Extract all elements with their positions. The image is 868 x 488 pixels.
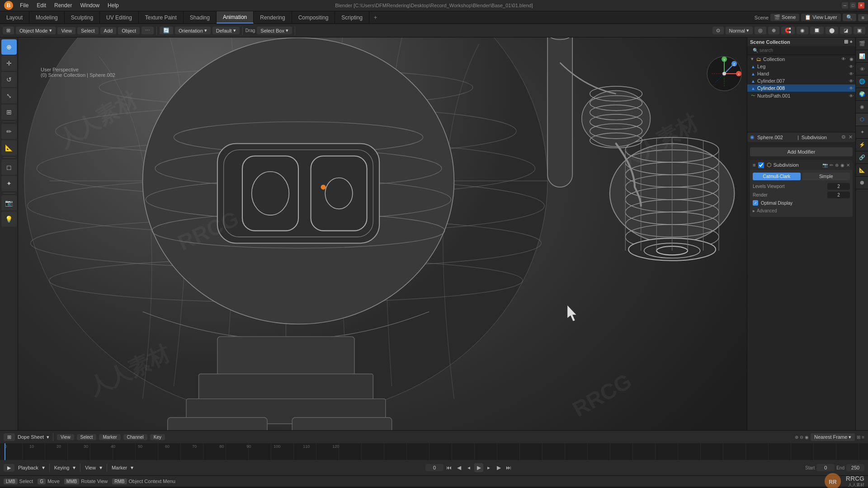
current-frame-field[interactable]: 0 xyxy=(425,464,443,471)
tab-modeling[interactable]: Modeling xyxy=(29,11,65,23)
close-button[interactable]: ✕ xyxy=(858,2,864,9)
tab-shading[interactable]: Shading xyxy=(184,11,217,23)
mod-close-icon[interactable]: ✕ xyxy=(846,163,850,168)
tab-animation[interactable]: Animation xyxy=(217,11,254,23)
add-cube-tool[interactable]: ◻ xyxy=(1,160,17,175)
prev-keyframe-btn[interactable]: ◀ xyxy=(454,463,463,472)
nearest-frame-selector[interactable]: Nearest Frame ▾ xyxy=(811,433,855,441)
end-frame-field[interactable]: 250 xyxy=(846,464,864,471)
add-menu-btn[interactable]: Add xyxy=(100,27,117,34)
dope-marker-btn[interactable]: Marker xyxy=(99,434,120,440)
viewport-3d[interactable]: User Perspective (0) Scene Collection | … xyxy=(18,38,747,430)
outliner-item-collection[interactable]: ▾ 🗂 Collection 👁 ◉ xyxy=(747,55,855,63)
object-mode-selector[interactable]: Object Mode ▾ xyxy=(16,27,56,34)
rotate-tool[interactable]: ↺ xyxy=(1,72,17,87)
orientation-icon[interactable]: 🔄 xyxy=(160,27,173,34)
prop-tab-physics[interactable]: ⚡ xyxy=(856,139,868,151)
viewport-icon-btn[interactable]: ⊞ xyxy=(3,27,14,34)
outliner-search-box[interactable]: 🔍 search xyxy=(750,47,853,53)
modifier-close-icon[interactable]: ✕ xyxy=(849,134,853,140)
select-box-selector[interactable]: Select Box ▾ xyxy=(257,27,292,34)
mod-camera-icon[interactable]: 📷 xyxy=(822,163,828,168)
select-menu-btn[interactable]: Select xyxy=(77,27,99,34)
mod-vert-icon[interactable]: ⊕ xyxy=(835,163,839,168)
tab-texture-paint[interactable]: Texture Paint xyxy=(139,11,184,23)
modifier-settings-icon[interactable]: ⚙ xyxy=(841,134,846,140)
dope-key-btn[interactable]: Key xyxy=(150,434,165,440)
menu-help[interactable]: Help xyxy=(104,1,123,9)
levels-viewport-value[interactable]: 2 xyxy=(827,183,850,190)
prop-tab-constraints[interactable]: 🔗 xyxy=(856,151,868,164)
prop-tab-world[interactable]: 🌍 xyxy=(856,88,868,101)
proportional-btn[interactable]: ◉ xyxy=(797,27,808,34)
jump-to-start-btn[interactable]: ⏮ xyxy=(444,463,453,472)
catmull-clark-button[interactable]: Catmull-Clark xyxy=(753,173,801,180)
normal-selector[interactable]: Normal ▾ xyxy=(726,27,753,34)
solid-mode-btn[interactable]: ⬤ xyxy=(826,27,838,34)
tab-compositing[interactable]: Compositing xyxy=(292,11,335,23)
outliner-item-nurbs[interactable]: 〜 NurbsPath.001 👁 xyxy=(747,92,855,100)
snapping-btn[interactable]: 🧲 xyxy=(781,27,795,34)
rendered-mode-btn[interactable]: ▣ xyxy=(854,27,865,34)
keying-dropdown[interactable]: ▾ xyxy=(73,465,75,471)
camera-tool[interactable]: 📷 xyxy=(1,195,17,211)
prop-tab-scene[interactable]: 🌐 xyxy=(856,75,868,88)
cursor-tool[interactable]: ⊕ xyxy=(1,39,17,55)
outliner-item-hand[interactable]: ▲ Hand 👁 xyxy=(747,70,855,77)
tab-sculpting[interactable]: Sculpting xyxy=(65,11,100,23)
outliner-item-cyl008[interactable]: ▲ Cylinder.008 👁 xyxy=(747,84,855,92)
viewport-shading-icon[interactable]: ⊙ xyxy=(712,27,724,34)
modifier-enabled-checkbox[interactable] xyxy=(758,162,764,168)
annotate-tool[interactable]: ✏ xyxy=(1,124,17,139)
orientation-selector[interactable]: Orientation ▾ xyxy=(175,27,211,34)
overlay-btn[interactable]: ◎ xyxy=(755,27,766,34)
playback-dropdown[interactable]: ▾ xyxy=(42,465,45,471)
view-layer-selector[interactable]: 📋 View Layer xyxy=(801,14,840,21)
dope-channel-btn[interactable]: Channel xyxy=(123,434,147,440)
prop-tab-modifier[interactable]: ⬡ xyxy=(856,113,868,126)
filter-button[interactable]: ≡ xyxy=(858,14,868,21)
mod-edit-icon[interactable]: ✏ xyxy=(830,163,833,168)
dope-sheet-icon[interactable]: ⊞ xyxy=(4,433,15,441)
gizmo-btn[interactable]: ⊕ xyxy=(768,27,779,34)
simple-button[interactable]: Simple xyxy=(802,173,850,180)
prop-tab-object[interactable]: ◉ xyxy=(856,101,868,113)
scene-selector[interactable]: 🎬 Scene xyxy=(770,14,799,21)
next-keyframe-btn[interactable]: ▶ xyxy=(494,463,503,472)
prop-tab-render[interactable]: 🎬 xyxy=(856,38,868,50)
tab-uv-editing[interactable]: UV Editing xyxy=(100,11,139,23)
cyl007-visibility[interactable]: 👁 xyxy=(849,79,854,84)
move-tool[interactable]: ✛ xyxy=(1,56,17,71)
advanced-row[interactable]: ▸ Advanced xyxy=(753,207,850,214)
prop-tab-view[interactable]: 👁 xyxy=(856,63,868,75)
material-mode-btn[interactable]: ◪ xyxy=(840,27,852,34)
menu-file[interactable]: File xyxy=(16,1,32,9)
menu-window[interactable]: Window xyxy=(76,1,103,9)
start-frame-field[interactable]: 0 xyxy=(816,464,835,471)
jump-to-end-btn[interactable]: ⏭ xyxy=(504,463,513,472)
dope-view-btn[interactable]: View xyxy=(57,434,74,440)
collection-cam[interactable]: ◉ xyxy=(849,56,854,61)
xray-btn[interactable]: 🔲 xyxy=(810,27,824,34)
mod-render-icon[interactable]: ◉ xyxy=(840,163,844,168)
menu-render[interactable]: Render xyxy=(51,1,75,9)
view-menu-btn[interactable]: View xyxy=(57,27,75,34)
transform-tool[interactable]: ⊞ xyxy=(1,104,17,120)
maximize-button[interactable]: □ xyxy=(850,2,856,9)
tab-layout[interactable]: Layout xyxy=(0,11,29,23)
marker-dropdown[interactable]: ▾ xyxy=(131,465,133,471)
tab-rendering[interactable]: Rendering xyxy=(254,11,292,23)
scale-tool[interactable]: ⤡ xyxy=(1,88,17,103)
render-value[interactable]: 2 xyxy=(827,192,850,198)
dope-sheet-dropdown[interactable]: ▾ xyxy=(47,434,49,440)
optimal-display-checkbox[interactable]: ✓ xyxy=(753,200,758,206)
playback-icon[interactable]: ▶ xyxy=(4,464,14,472)
prop-tab-output[interactable]: 📊 xyxy=(856,50,868,63)
collection-eye[interactable]: 👁 xyxy=(841,56,846,61)
hand-visibility[interactable]: 👁 xyxy=(849,71,854,76)
add-modifier-button[interactable]: Add Modifier xyxy=(750,147,853,156)
light-tool[interactable]: 💡 xyxy=(1,211,17,227)
search-button[interactable]: 🔍 xyxy=(843,14,856,21)
pose-tool[interactable]: ✦ xyxy=(1,176,17,191)
leg-visibility[interactable]: 👁 xyxy=(849,64,854,69)
